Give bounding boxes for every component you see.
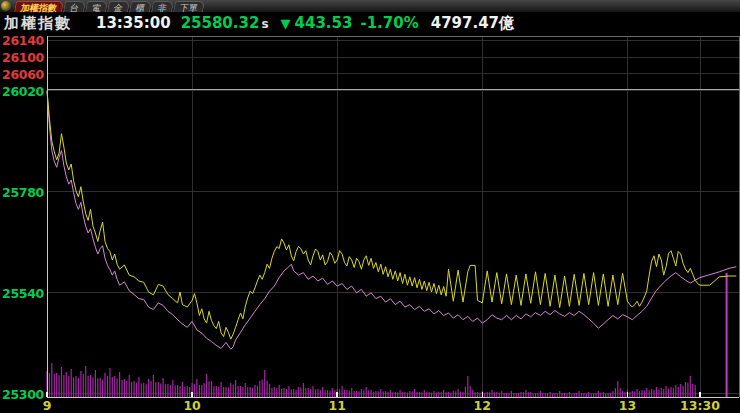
quote-header: 加權指數 13:35:00 25580.32 s ▼ 443.53 -1.70%…: [0, 12, 740, 34]
change-percent: -1.70%: [360, 14, 418, 32]
tab-item-2[interactable]: 電: [85, 1, 108, 12]
tab-item-5[interactable]: 非: [151, 1, 174, 12]
x-axis-label-4: 13: [619, 398, 636, 413]
tab-item-6[interactable]: 下單: [173, 1, 205, 12]
x-axis-label-3: 12: [474, 398, 491, 413]
chart-canvas[interactable]: [0, 0, 740, 413]
tab-bar: 加權指數台電金櫃非下單: [0, 0, 740, 12]
y-axis-label-0: 26140: [0, 33, 44, 48]
tab-item-0[interactable]: 加權指數: [14, 1, 64, 12]
down-arrow-icon: ▼: [281, 16, 291, 31]
y-axis-label-2: 26060: [0, 66, 44, 81]
app-logo-icon: [1, 1, 11, 11]
x-axis-label-1: 10: [183, 398, 200, 413]
x-axis-label-2: 11: [328, 398, 345, 413]
y-axis-label-6: 25300: [0, 386, 44, 401]
index-title: 加權指數: [4, 14, 72, 33]
intraday-chart[interactable]: 2614026100260602602025780255402530091011…: [0, 0, 740, 413]
x-axis-label-0: 9: [43, 398, 52, 413]
y-axis-label-1: 26100: [0, 50, 44, 65]
tab-item-4[interactable]: 櫃: [129, 1, 152, 12]
y-axis-label-5: 25540: [0, 285, 44, 300]
app-window: 加權指數台電金櫃非下單 加權指數 13:35:00 25580.32 s ▼ 4…: [0, 0, 740, 413]
tab-item-3[interactable]: 金: [107, 1, 130, 12]
turnover-value: 4797.47億: [431, 14, 514, 33]
x-axis-label-5: 13:30: [680, 398, 720, 413]
y-axis-label-4: 25780: [0, 184, 44, 199]
y-axis-label-3: 26020: [0, 83, 44, 98]
tab-item-1[interactable]: 台: [63, 1, 86, 12]
price-status-flag: s: [261, 15, 268, 31]
last-price: 25580.32: [181, 14, 260, 32]
change-value: 443.53: [295, 14, 353, 32]
quote-time: 13:35:00: [96, 14, 171, 32]
